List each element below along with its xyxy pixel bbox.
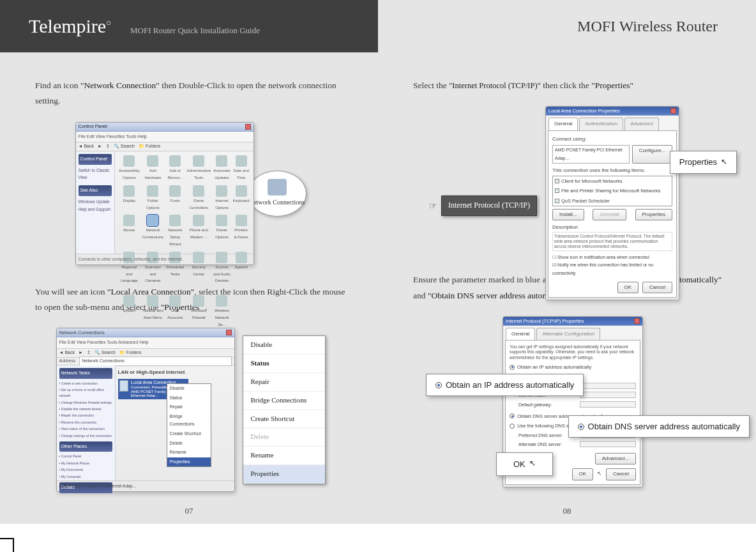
properties-button[interactable]: Properties (635, 209, 672, 220)
cancel-button[interactable]: Cancel (606, 468, 636, 480)
uninstall-button[interactable]: Uninstall (593, 209, 626, 220)
cp-toolbar: ◄ Back ►↥ 🔍 Search 📁 Folders (76, 142, 253, 151)
brand-mark: ○ (106, 18, 111, 27)
cp-icon: Network Setup Wizard (166, 215, 184, 247)
callout-obtain-ip: Obtain an IP address automatically (426, 374, 584, 396)
cp-icon: Phone and Modem ... (186, 215, 211, 247)
context-menu-item[interactable]: Disable (243, 336, 325, 355)
cp-icon-grid: Accessibility OptionsAdd HardwareAdd or … (115, 151, 253, 254)
cp-icon: Power Options (213, 215, 231, 247)
ok-button[interactable]: OK (572, 468, 594, 480)
cp-icon: Windows Firewall (186, 295, 211, 328)
callout-properties: Properties↖ (670, 151, 737, 173)
figure-control-panel: Control Panel File Edit View Favorites T… (35, 122, 346, 265)
context-menu-item[interactable]: Rename (243, 447, 325, 465)
left-content: Find an icon "Network Connection" then D… (0, 52, 378, 492)
close-icon (634, 318, 640, 324)
brand-logo: Telempire○ (29, 15, 111, 37)
cursor-icon: ↖ (597, 468, 602, 480)
context-menu-item[interactable]: Properties (243, 465, 325, 484)
cp-icon: Date and Time (233, 155, 250, 181)
control-panel-window: Control Panel File Edit View Favorites T… (75, 122, 254, 265)
cp-icon: Mouse (119, 215, 140, 247)
callout-network-connections: Network Connections (248, 171, 306, 217)
callout-ok: OK↖ (496, 452, 553, 476)
connection-items-list: ✓Client for Microsoft Networks✓File and … (552, 176, 672, 206)
cp-icon: Add Hardware (142, 155, 163, 181)
figure-tcpip-properties: Internet Protocol (TCP/IP) Properties Ge… (413, 316, 724, 476)
context-menu-item[interactable]: Status (243, 355, 325, 373)
netconn-window: Network Connections File Edit View Favor… (56, 328, 235, 491)
large-context-menu: DisableStatusRepairBridge ConnectionsCre… (243, 335, 326, 484)
right-para-1: Select the "Internet Protocol (TCP/IP)" … (413, 78, 724, 93)
network-connections-icon (268, 179, 287, 195)
cp-icon: Administrative Tools (186, 155, 211, 181)
close-icon (226, 330, 232, 335)
guide-subtitle: MOFI Router Quick Installation Guide (130, 26, 260, 36)
cp-icon: Accessibility Options (119, 155, 140, 181)
page-left: Telempire○ MOFI Router Quick Installatio… (0, 0, 378, 524)
page-number-left: 07 (0, 506, 378, 516)
cursor-icon: ↖ (721, 155, 727, 169)
context-menu-item[interactable]: Create Shortcut (243, 410, 325, 429)
cp-icon: Printers & Faxes (233, 215, 250, 247)
cursor-icon: ↖ (529, 457, 536, 471)
cp-icon: Network Connections (142, 215, 163, 247)
cp-icon: Wireless Network Se... (213, 295, 231, 328)
cp-icon: Game Controllers (186, 185, 211, 211)
page-spread: Telempire○ MOFI Router Quick Installatio… (0, 0, 756, 552)
callout-tcpip-row: ☞ Internet Protocol (TCP/IP) (429, 195, 537, 216)
cp-icon: Internet Options (213, 185, 231, 211)
configure-button[interactable]: Configure... (632, 145, 672, 164)
crop-mark-bl (0, 538, 14, 552)
figure-lan-properties: Local Area Connection Properties General… (413, 106, 724, 253)
cp-icon: Keyboard (233, 185, 250, 211)
lan-properties-window: Local Area Connection Properties General… (545, 106, 679, 300)
cp-icon: Security Center (186, 252, 211, 291)
left-para-1: Find an icon "Network Connection" then D… (35, 78, 346, 109)
cp-sidebar: Control Panel Switch to Classic View See… (76, 151, 116, 254)
figure-network-connections: Network Connections File Edit View Favor… (35, 328, 346, 491)
context-menu-item[interactable]: Bridge Connections (243, 392, 325, 410)
advanced-button[interactable]: Advanced... (595, 453, 636, 464)
cp-icon: System (119, 295, 140, 328)
page-number-right: 08 (378, 506, 756, 516)
cp-menu: File Edit View Favorites Tools Help (76, 132, 253, 143)
right-header: MOFI Wireless Router (378, 0, 756, 52)
cp-icon: Folder Options (142, 185, 163, 211)
ok-button[interactable]: OK (617, 282, 639, 293)
context-menu-item[interactable]: Repair (243, 373, 325, 392)
left-header: Telempire○ MOFI Router Quick Installatio… (0, 0, 378, 52)
close-icon (670, 108, 676, 114)
cp-titlebar: Control Panel (76, 123, 253, 132)
cp-icon: Sounds and Audio Devices (213, 252, 231, 291)
context-menu-item[interactable]: Delete (243, 428, 325, 447)
close-icon (245, 124, 251, 130)
right-content: Select the "Internet Protocol (TCP/IP)" … (378, 52, 756, 476)
page-right: MOFI Wireless Router Select the "Interne… (378, 0, 756, 524)
small-context-menu: DisableStatusRepairBridge ConnectionsCre… (167, 383, 211, 467)
router-title: MOFI Wireless Router (577, 18, 718, 35)
brand-name: Telempire (29, 15, 106, 36)
cp-icon: Automatic Updates (213, 155, 231, 181)
cp-icon: Speech (233, 252, 250, 291)
cp-icon: Display (119, 185, 140, 211)
nc-sidebar: Network Tasks • Create a new connection•… (57, 365, 116, 480)
cp-icon: User Accounts (166, 295, 184, 328)
cp-icon: Add or Remov... (166, 155, 184, 181)
cp-icon: Fonts (166, 185, 184, 211)
nc-main: LAN or High-Speed Internet Local Area Co… (116, 365, 234, 480)
cancel-button[interactable]: Cancel (642, 282, 672, 293)
install-button[interactable]: Install... (552, 209, 584, 220)
callout-obtain-dns: Obtain DNS server address automatically (568, 415, 750, 438)
cp-icon: Taskbar and Start Menu (142, 295, 163, 328)
tcpip-pill: Internet Protocol (TCP/IP) (441, 195, 537, 216)
